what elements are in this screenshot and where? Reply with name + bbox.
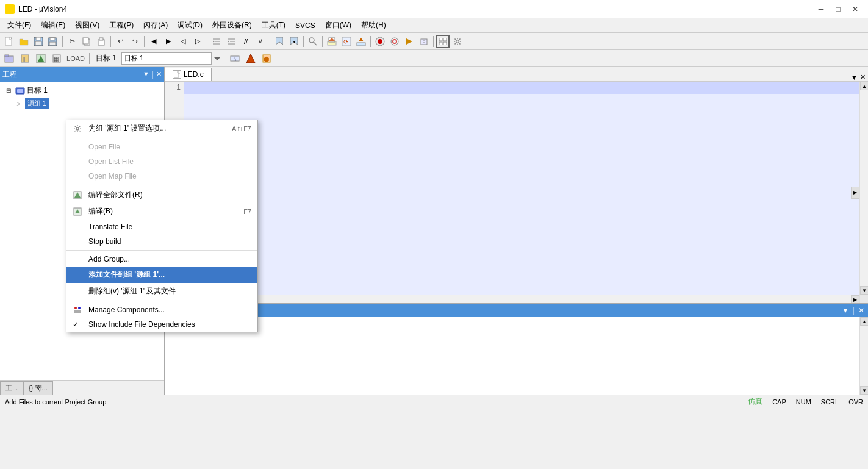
unindent-button[interactable] (224, 35, 238, 48)
flash-download-btn[interactable] (244, 52, 257, 65)
expand-icon[interactable]: ▼ (851, 74, 858, 81)
cm-build[interactable]: 编译(B) F7 (66, 203, 257, 220)
menu-item-peripherals[interactable]: 外围设备(R) (207, 19, 257, 32)
build-output-header: 编译输出 ▼ | ✕ (165, 304, 868, 317)
cm-set-options[interactable]: 为组 '源组 1' 设置选项... Alt+F7 (66, 120, 257, 137)
cm-sep3 (66, 250, 257, 251)
bookmark-button[interactable] (273, 35, 286, 48)
editor-tab-led-c[interactable]: LED.c (165, 68, 212, 81)
project-panel-close[interactable]: ✕ (156, 70, 162, 79)
comment-button[interactable]: // (239, 35, 253, 48)
new-file-button[interactable] (2, 35, 16, 48)
indent-button[interactable] (210, 35, 223, 48)
maximize-button[interactable]: □ (830, 3, 846, 15)
target-dropdown[interactable] (121, 52, 212, 65)
save-button[interactable] (32, 35, 45, 48)
expert-btn[interactable]: ☆ (228, 52, 242, 65)
nav-fwd2-button[interactable]: ▷ (191, 35, 204, 48)
grid-view-button[interactable] (436, 35, 450, 48)
line-number-1: 1 (165, 83, 183, 91)
scroll-down-btn[interactable]: ▼ (860, 286, 868, 295)
open-button[interactable] (17, 35, 30, 48)
menu-item-help[interactable]: 帮助(H) (356, 19, 391, 32)
copy-button[interactable] (80, 35, 93, 48)
debug3-button[interactable] (417, 35, 431, 48)
menu-item-svcs[interactable]: SVCS (290, 20, 320, 31)
tab-project[interactable]: 工... (0, 381, 23, 395)
cm-add-group[interactable]: Add Group... (66, 252, 257, 267)
project-header-left: 工程 (2, 70, 17, 80)
debug1-button[interactable] (388, 35, 401, 48)
svg-rect-6 (50, 38, 55, 40)
tab-regs[interactable]: {} 寄... (23, 381, 53, 395)
cm-stop-build[interactable]: Stop build (66, 234, 257, 249)
project-btn-5[interactable]: LOAD (66, 52, 85, 65)
tab-close-btn[interactable]: ✕ (860, 73, 866, 81)
menu-item-project[interactable]: 工程(P) (104, 19, 138, 32)
minimize-button[interactable]: ─ (813, 3, 829, 15)
download-button[interactable] (354, 35, 368, 48)
scroll-right-btn[interactable]: ▶ (851, 295, 859, 303)
svg-rect-40 (443, 38, 447, 41)
out-scroll-down[interactable]: ▼ (860, 386, 868, 395)
num-label: NUM (796, 398, 811, 406)
sim-label: 仿真 (748, 396, 762, 407)
paste-button[interactable] (95, 35, 108, 48)
cm-manage-components[interactable]: Manage Components... (66, 303, 257, 317)
tree-item-root[interactable]: ⊟ 目标 1 (2, 84, 162, 97)
rebuild-button[interactable]: ⟳ (340, 35, 353, 48)
menu-item-tools[interactable]: 工具(T) (257, 19, 290, 32)
project-panel-pin[interactable]: ▼ (143, 70, 149, 79)
out-scroll-up[interactable]: ▲ (860, 317, 868, 326)
undo-button[interactable]: ↩ (113, 35, 127, 48)
cm-translate[interactable]: Translate File (66, 220, 257, 234)
separator9 (433, 36, 434, 47)
project-btn-4[interactable]: ▦ (50, 52, 63, 65)
build-output-close[interactable]: ✕ (858, 306, 864, 315)
settings-button[interactable] (451, 35, 464, 48)
build-icon (71, 206, 84, 218)
save-all-button[interactable] (46, 35, 60, 48)
expand-right-btn[interactable]: ▶ (851, 187, 859, 199)
cm-add-files[interactable]: 添加文件到组 '源组 1'... (66, 267, 257, 283)
project-btn-2[interactable]: || (18, 52, 32, 65)
build-target-button[interactable] (325, 35, 339, 48)
svg-rect-41 (439, 42, 442, 45)
bookmark-next-button[interactable]: ▼ (287, 35, 301, 48)
nav-back-button[interactable]: ◀ (147, 35, 160, 48)
build-output-content: ▲ ▼ (165, 317, 868, 395)
cut-button[interactable]: ✂ (65, 35, 79, 48)
redo-button[interactable]: ↪ (128, 35, 142, 48)
flash-erase-btn[interactable]: ⬢ (260, 52, 273, 65)
cm-remove-group[interactable]: 删除组(v) '源组 1' 及其文件 (66, 283, 257, 299)
close-button[interactable]: ✕ (847, 3, 863, 15)
titlebar-title: LED - µVision4 (18, 5, 67, 13)
ovr-label: OVR (848, 398, 863, 406)
menu-item-edit[interactable]: 编辑(E) (36, 19, 70, 32)
nav-back2-button[interactable]: ◁ (176, 35, 190, 48)
search-in-files-button[interactable] (306, 35, 320, 48)
menu-item-view[interactable]: 视图(V) (70, 19, 104, 32)
stop-debug-button[interactable] (373, 35, 387, 48)
uncomment-button[interactable]: // (254, 35, 267, 48)
project-btn-3[interactable] (34, 52, 48, 65)
cm-open-file: Open File (66, 140, 257, 154)
editor-vscrollbar[interactable]: ▲ ▼ (859, 82, 868, 295)
scroll-up-btn[interactable]: ▲ (860, 82, 868, 90)
svg-point-66 (74, 307, 77, 309)
project-btn-1[interactable] (2, 52, 16, 65)
menu-item-debug[interactable]: 调试(D) (173, 19, 207, 32)
cm-show-include[interactable]: ✓ Show Include File Dependencies (66, 317, 257, 332)
separator6 (303, 36, 304, 47)
debug2-button[interactable] (403, 35, 416, 48)
tree-item-group[interactable]: ▷ 源组 1 (12, 97, 162, 110)
build-output-pin[interactable]: ▼ (842, 306, 849, 315)
nav-fwd-button[interactable]: ▶ (162, 35, 175, 48)
svg-rect-68 (74, 310, 81, 313)
output-vscrollbar[interactable]: ▲ ▼ (859, 317, 868, 395)
menu-item-flash[interactable]: 闪存(A) (138, 19, 173, 32)
menu-item-window[interactable]: 窗口(W) (320, 19, 356, 32)
editor-hscrollbar[interactable]: ◀ ▶ (184, 295, 859, 303)
cm-build-all[interactable]: 编译全部文件(R) (66, 187, 257, 203)
menu-item-file[interactable]: 文件(F) (2, 19, 36, 32)
